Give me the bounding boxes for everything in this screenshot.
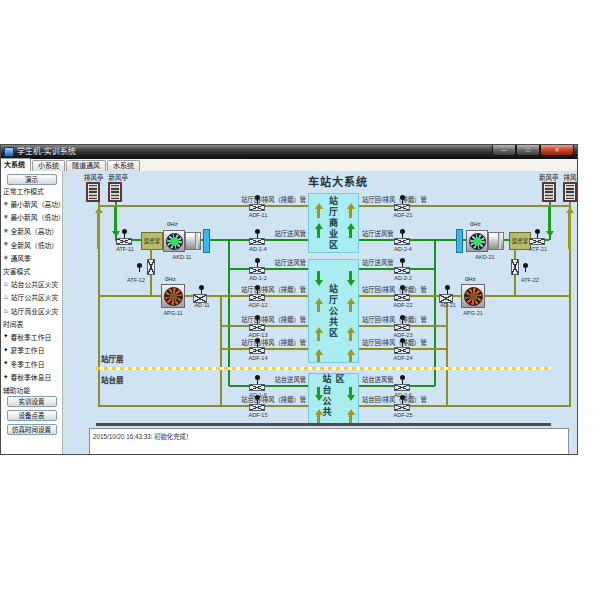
fan-impeller-icon	[469, 233, 486, 250]
butterfly-damper-AD-21[interactable]: AD-21	[439, 285, 457, 311]
mode-platform-fire[interactable]: ♨站台公共区火灾	[3, 277, 60, 291]
damper-blade-icon	[394, 404, 410, 411]
equipment-tag: ADF-14	[245, 355, 271, 361]
return-riser	[446, 296, 448, 406]
scada-canvas: 车站大系统 排风亭 新风亭 新风亭 排风亭 站厅回/排风（排烟）管	[63, 171, 577, 454]
mode-label: 最小新风（低功）	[10, 212, 64, 222]
return-arrow-up	[314, 349, 323, 362]
damper-AD-1-4[interactable]: AD-1-4	[249, 229, 267, 255]
schedule-winter-workday[interactable]: ✦冬季工作日	[3, 357, 60, 371]
exhaust-louver[interactable]	[86, 182, 100, 202]
damper-blade-icon	[249, 347, 265, 354]
damper-ADF-12[interactable]: ADF-12	[249, 285, 267, 311]
equipment-tag: ADF-22	[390, 302, 416, 308]
fan-casing	[488, 232, 504, 250]
damper-motor-icon	[535, 229, 540, 234]
fresh-intake-damper-ATF-11[interactable]: ATF-11	[116, 229, 134, 255]
schedule-summer-workday[interactable]: ✦夏季工作日	[3, 343, 60, 357]
damper-AD-1-2[interactable]: AD-1-2	[249, 258, 267, 284]
return-arrow-up	[346, 409, 355, 423]
mode-ventilation-season[interactable]: ✳通风季	[3, 251, 60, 265]
damper-motor-icon	[255, 285, 260, 290]
damper-ADF-15[interactable]: ADF-15	[249, 395, 267, 421]
damper-ADF-22[interactable]: ADF-22	[394, 285, 412, 311]
equipment-tag: AKD-21	[466, 254, 504, 260]
event-log-panel[interactable]: 2015/10/20 16:43:33: 初始化完成！	[89, 428, 569, 454]
exhaust-fan-APG-11[interactable]	[161, 284, 185, 308]
damper-blade-icon	[394, 238, 410, 245]
damper-blade-icon	[394, 324, 410, 331]
demo-button[interactable]: 演示	[7, 174, 57, 185]
equipment-tag: AKD-11	[163, 254, 201, 260]
fan-mode-icon: ✳	[3, 201, 8, 208]
supply-riser	[434, 240, 436, 386]
duct-label: 站台送风管	[362, 376, 393, 384]
fresh-louver[interactable]	[108, 182, 122, 202]
duct-label: 站厅送风管	[362, 259, 393, 267]
device-point-table-button[interactable]: 设备点表	[7, 410, 57, 421]
damper-motor-icon	[255, 229, 260, 234]
duct-line	[229, 385, 308, 387]
log-entry: 2015/10/20 16:43:33: 初始化完成！	[93, 432, 192, 441]
training-settings-button[interactable]: 实训设置	[7, 396, 57, 407]
tab-big-system[interactable]: 大系统	[0, 158, 31, 171]
equipment-tag: AD-1-4	[245, 246, 271, 252]
section-disaster-modes: 灾害模式	[3, 268, 60, 276]
damper-blade-icon	[394, 294, 410, 301]
bypass-damper-ATF-22[interactable]	[511, 259, 519, 275]
damper-motor-icon	[255, 395, 260, 400]
supply-fan-AKD-21[interactable]	[466, 230, 488, 252]
tab-small-system[interactable]: 小系统	[32, 160, 65, 171]
mode-all-fresh-high[interactable]: ✳全新风（高功）	[3, 224, 60, 238]
damper-AD-2-2[interactable]: AD-2-2	[394, 258, 412, 284]
exhaust-louver[interactable]	[563, 182, 577, 202]
mode-hall-fire[interactable]: ♨站厅公共区火灾	[3, 291, 60, 305]
equipment-tag: ATF-11	[112, 246, 138, 252]
supply-fan-AKD-11[interactable]	[163, 230, 185, 252]
equipment-tag: ADF-25	[390, 412, 416, 418]
mode-min-fresh-low[interactable]: ✳最小新风（低功）	[3, 211, 60, 225]
tab-water-system[interactable]: 水系统	[107, 160, 140, 171]
equipment-tag: ADF-11	[245, 212, 271, 218]
equipment-tag: AD-1-2	[245, 275, 271, 281]
mode-all-fresh-low[interactable]: ✳全新风（低功）	[3, 238, 60, 252]
mixing-chamber[interactable]: 混合室	[141, 232, 163, 250]
air-filter[interactable]	[203, 229, 210, 253]
mode-label: 站厅商业区火灾	[11, 306, 59, 316]
exhaust-fan-APG-21[interactable]	[461, 284, 485, 308]
equipment-tag: AD-11	[189, 302, 215, 308]
fresh-pavilion-label: 新风亭	[539, 172, 559, 182]
fan-mode-icon: ✳	[3, 255, 8, 262]
simulation-time-button[interactable]: 仿真时间设置	[7, 424, 57, 435]
mode-commercial-fire[interactable]: ♨站厅商业区火灾	[3, 304, 60, 318]
tab-tunnel-ventilation[interactable]: 隧道通风	[66, 160, 106, 171]
damper-ADF-25[interactable]: ADF-25	[394, 395, 412, 421]
damper-ADF-11[interactable]: ADF-11	[249, 195, 267, 221]
damper-ADF-24[interactable]: ADF-24	[394, 338, 412, 364]
fresh-louver[interactable]	[542, 182, 556, 202]
close-button[interactable]: ✕	[540, 145, 574, 156]
schedule-spring-autumn-restday[interactable]: ✦春秋季休息日	[3, 371, 60, 385]
damper-ADF-14[interactable]: ADF-14	[249, 338, 267, 364]
damper-motor-icon	[255, 338, 260, 343]
duct-line	[229, 268, 308, 270]
butterfly-damper-AD-11[interactable]: AD-11	[193, 285, 211, 311]
maximize-button[interactable]: □	[516, 145, 540, 156]
damper-AD-2-4[interactable]: AD-2-4	[394, 229, 412, 255]
right-vent-labels: 新风亭 排风亭	[539, 172, 577, 182]
damper-motor-icon	[400, 315, 405, 320]
damper-blade-icon	[249, 404, 265, 411]
duct-line	[359, 405, 569, 407]
fan-impeller-icon	[164, 287, 183, 306]
mode-min-fresh-high[interactable]: ✳最小新风（高功）	[3, 197, 60, 211]
equipment-tag: ADF-12	[245, 302, 271, 308]
damper-ADF-21[interactable]: ADF-21	[394, 195, 412, 221]
bypass-damper-ATF-12[interactable]	[147, 259, 155, 275]
return-arrow-up	[346, 327, 355, 341]
return-arrow-up	[314, 298, 323, 312]
damper-blade-icon	[249, 324, 265, 331]
minimize-button[interactable]: —	[492, 145, 516, 156]
air-filter[interactable]	[456, 229, 463, 253]
fresh-intake-damper-ATF-21[interactable]: ATF-21	[529, 229, 547, 255]
schedule-spring-autumn-workday[interactable]: ✦春秋季工作日	[3, 330, 60, 344]
